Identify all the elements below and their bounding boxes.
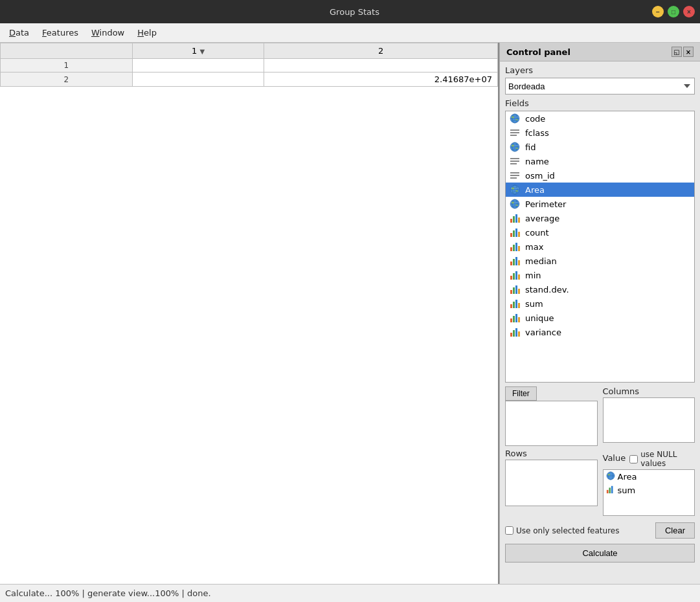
field-item-name[interactable]: name — [506, 154, 694, 168]
svg-rect-17 — [510, 175, 519, 176]
table-row: 1 — [1, 59, 498, 72]
field-item-stand_dev[interactable]: stand.dev. — [506, 282, 694, 296]
field-item-fclass[interactable]: fclass — [506, 126, 694, 140]
svg-point-68 — [607, 474, 610, 476]
use-selected-checkbox[interactable] — [505, 526, 514, 535]
value-item-sum[interactable]: sum — [604, 484, 695, 497]
field-label: median — [525, 256, 557, 266]
maximize-button[interactable]: □ — [668, 6, 679, 17]
svg-rect-52 — [518, 289, 520, 294]
field-label: max — [525, 242, 543, 252]
field-label: count — [525, 228, 549, 238]
control-panel-header-buttons: ◱ × — [672, 47, 694, 57]
svg-rect-55 — [515, 300, 517, 308]
minimize-button[interactable]: − — [652, 6, 664, 17]
data-table: 1 ▼ 2 1 2 2.41687e+07 — [0, 43, 498, 87]
clear-button[interactable]: Clear — [655, 522, 695, 539]
svg-rect-44 — [518, 260, 520, 265]
svg-rect-37 — [510, 247, 512, 251]
columns-box[interactable] — [603, 397, 695, 443]
menu-help[interactable]: Help — [131, 25, 163, 40]
table-scroll-area[interactable]: 1 ▼ 2 1 2 2.41687e+07 — [0, 43, 498, 584]
layers-select[interactable]: Bordeada — [505, 78, 695, 95]
field-item-Perimeter[interactable]: Perimeter — [506, 197, 694, 211]
field-item-unique[interactable]: unique — [506, 311, 694, 325]
use-null-checkbox[interactable] — [629, 455, 638, 463]
field-item-code[interactable]: code — [506, 111, 694, 126]
col-header-1[interactable]: 1 ▼ — [132, 43, 264, 59]
control-panel-header: Control panel ◱ × — [500, 43, 700, 61]
svg-point-23 — [515, 190, 518, 192]
col-header-2[interactable]: 2 — [264, 43, 498, 59]
svg-rect-36 — [518, 232, 520, 237]
filter-box[interactable] — [505, 401, 598, 446]
field-item-min[interactable]: min — [506, 268, 694, 282]
svg-rect-62 — [513, 330, 515, 337]
svg-rect-63 — [515, 328, 517, 337]
col-header-index[interactable] — [1, 43, 133, 59]
field-item-variance[interactable]: variance — [506, 325, 694, 339]
field-item-Area[interactable]: Area — [506, 183, 694, 197]
field-item-sum[interactable]: sum — [506, 296, 694, 311]
field-label: unique — [525, 313, 554, 323]
field-label: min — [525, 271, 541, 280]
main-content: 1 ▼ 2 1 2 2.41687e+07 — [0, 43, 700, 584]
globe-icon — [510, 142, 521, 152]
svg-rect-45 — [510, 276, 512, 280]
use-null-label: use NULL values — [640, 450, 695, 468]
globe-icon — [606, 471, 615, 482]
globe-icon — [510, 199, 521, 209]
field-label: Perimeter — [525, 199, 566, 209]
bar-chart-icon — [510, 270, 521, 280]
menu-window[interactable]: Window — [85, 25, 131, 40]
svg-rect-48 — [518, 274, 520, 280]
svg-rect-64 — [518, 331, 520, 337]
svg-rect-42 — [513, 259, 515, 265]
layers-section: Layers Bordeada — [500, 61, 700, 98]
svg-rect-7 — [510, 135, 517, 136]
bar-chart-icon — [510, 284, 521, 295]
svg-rect-70 — [609, 487, 611, 493]
menu-features[interactable]: Features — [36, 25, 85, 40]
text-icon — [510, 170, 521, 181]
svg-rect-43 — [515, 257, 517, 265]
rows-label: Rows — [505, 449, 598, 458]
field-item-count[interactable]: count — [506, 225, 694, 240]
svg-rect-39 — [515, 243, 517, 251]
field-label: variance — [525, 328, 561, 337]
value-box[interactable]: Area sum — [603, 469, 695, 516]
filter-section: Filter — [505, 386, 598, 446]
globe-icon — [510, 184, 521, 195]
calculate-button[interactable]: Calculate — [505, 544, 695, 563]
row-1-col-2 — [264, 59, 498, 72]
field-item-fid[interactable]: fid — [506, 140, 694, 154]
field-label: code — [525, 114, 545, 124]
value-item-label: Area — [618, 472, 637, 482]
field-label: average — [525, 214, 559, 223]
cp-restore-button[interactable]: ◱ — [672, 47, 682, 57]
statusbar: Calculate... 100% | generate view...100%… — [0, 584, 700, 602]
fields-list[interactable]: code fclass fid name osm_id — [505, 111, 695, 383]
svg-rect-47 — [515, 271, 517, 280]
svg-point-28 — [515, 205, 518, 206]
close-button[interactable]: × — [683, 6, 695, 17]
field-item-osm_id[interactable]: osm_id — [506, 168, 694, 183]
svg-rect-50 — [513, 287, 515, 294]
value-item-Area[interactable]: Area — [604, 470, 695, 484]
rows-box[interactable] — [505, 460, 598, 506]
field-item-median[interactable]: median — [506, 254, 694, 268]
status-text: Calculate... 100% | generate view...100%… — [5, 588, 211, 598]
svg-rect-15 — [510, 163, 517, 164]
svg-rect-34 — [513, 230, 515, 237]
cp-close-button[interactable]: × — [683, 47, 694, 57]
menu-data[interactable]: Data — [3, 25, 36, 40]
svg-rect-31 — [515, 214, 517, 223]
table-row: 2 2.41687e+07 — [1, 72, 498, 87]
bottom-options-row: Use only selected features Clear — [500, 518, 700, 541]
field-item-max[interactable]: max — [506, 240, 694, 254]
field-item-average[interactable]: average — [506, 211, 694, 225]
row-1-col-1 — [132, 59, 264, 72]
filter-button[interactable]: Filter — [505, 386, 537, 401]
svg-rect-57 — [510, 318, 512, 322]
svg-rect-29 — [510, 219, 512, 223]
